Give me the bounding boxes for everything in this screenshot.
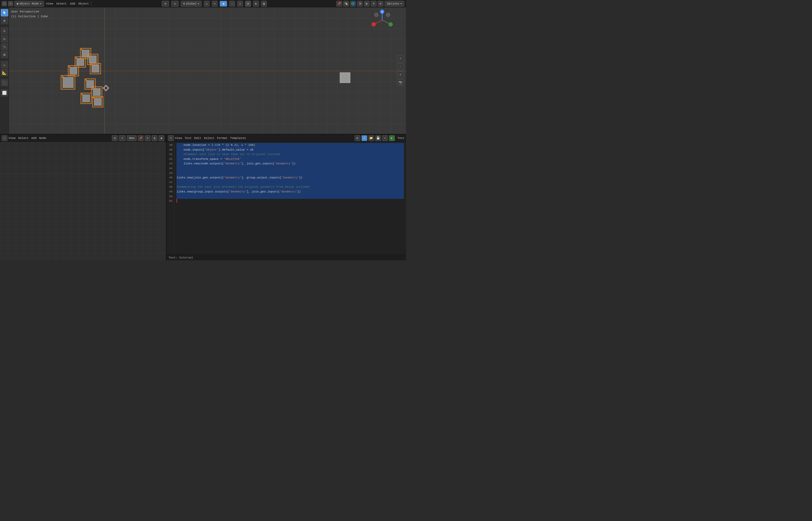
node-view-icon[interactable]: ◉ xyxy=(159,135,164,141)
cursor-tool[interactable]: ⊕ xyxy=(1,17,8,24)
options-button[interactable]: Options ▾ xyxy=(385,1,404,7)
camera-view-btn[interactable]: 📷 xyxy=(397,79,404,86)
ln-39: 39 xyxy=(166,143,172,148)
node-snap-icon[interactable]: ⊙ xyxy=(145,135,150,141)
cube-obj-9[interactable] xyxy=(92,96,103,107)
menu-select[interactable]: Select xyxy=(56,2,67,5)
cube-obj-5[interactable] xyxy=(90,63,101,74)
scripting-icon[interactable]: ⚙ xyxy=(371,1,377,7)
node-overlay-icon[interactable]: ◑ xyxy=(151,135,158,141)
ln-45: 45 xyxy=(166,171,172,176)
mode-dropdown[interactable]: ◉ Object Mode ▾ xyxy=(14,1,44,7)
cube-unselected[interactable] xyxy=(340,72,350,83)
node-editor-header: ⬡ View Select Add Node ⊞ + New 📌 ⊙ ◑ ◉ xyxy=(0,134,166,142)
text-close-icon[interactable]: ✕ xyxy=(382,135,388,141)
node-menu-add[interactable]: Add xyxy=(31,137,37,140)
text-editor-status: Text: Internal xyxy=(166,254,406,260)
cube-obj-7[interactable] xyxy=(91,86,102,97)
new-button-label: New xyxy=(129,137,134,140)
code-line-51 xyxy=(176,199,404,203)
node-menu-view[interactable]: View xyxy=(8,137,15,140)
snap-icon[interactable]: ⊞ xyxy=(162,1,169,7)
node-editor: ⬡ View Select Add Node ⊞ + New 📌 ⊙ ◑ ◉ xyxy=(0,134,166,260)
text-menu-edit[interactable]: Edit xyxy=(194,137,201,140)
transform-dropdown[interactable]: ⊕ Global ▾ xyxy=(181,1,202,7)
text-editor-content[interactable]: 39 40 41 42 43 44 45 46 47 48 49 50 51 n… xyxy=(166,142,406,254)
num-pad-btn[interactable]: ⊞ xyxy=(397,71,404,78)
proportional-falloff[interactable]: ⊙ xyxy=(212,1,218,7)
cube-inner-5 xyxy=(92,65,99,72)
code-line-49: links.new(group_input.outputs['Geometry'… xyxy=(176,189,404,194)
viewport-shading-4[interactable]: ▦ xyxy=(261,1,267,7)
code-line-41: #Comment next line to have them set to O… xyxy=(176,152,404,157)
viewport-menus: View Select Add Object xyxy=(46,2,89,5)
3d-cursor[interactable] xyxy=(103,85,109,91)
overlay-toggle[interactable]: ◑ xyxy=(220,1,227,7)
text-display-icon[interactable]: ⊞ xyxy=(355,135,360,141)
add-cube-tool[interactable]: ⬛ xyxy=(1,79,8,86)
zoom-out-btn[interactable]: - xyxy=(397,63,404,70)
viewport-shading-1[interactable]: ◻ xyxy=(237,1,243,7)
node-menu-node[interactable]: Node xyxy=(39,137,46,140)
text-menu-select[interactable]: Select xyxy=(204,137,214,140)
scene-icon[interactable]: 🎭 xyxy=(343,1,349,7)
render-icon[interactable]: 🌐 xyxy=(350,1,356,7)
text-menu-text[interactable]: Text xyxy=(185,137,192,140)
ln-42: 42 xyxy=(166,157,172,162)
move-tool[interactable]: ✛ xyxy=(1,27,8,35)
mode-icon: ◉ xyxy=(17,2,19,5)
svg-point-6 xyxy=(388,22,393,26)
code-area[interactable]: node.location = (-170 * (i % 2), i * 100… xyxy=(174,142,406,254)
cube-obj-8[interactable] xyxy=(80,93,92,104)
zoom-in-btn[interactable]: + xyxy=(397,55,404,62)
options-label: Options xyxy=(387,2,399,5)
add-empty-tool[interactable]: ⬜ xyxy=(1,89,8,96)
scale-tool[interactable]: ⤡ xyxy=(1,43,8,50)
node-editor-type-icon[interactable]: ⬡ xyxy=(2,135,7,141)
magnet-icon[interactable]: ⚓ xyxy=(204,1,210,7)
pin-icon[interactable]: 📌 xyxy=(336,1,342,7)
text-file-icon[interactable]: ✓ xyxy=(361,135,367,141)
file-menu[interactable]: ≡ xyxy=(8,1,13,6)
cube-inner-9 xyxy=(94,98,101,106)
output-icon[interactable]: 🖥 xyxy=(357,1,363,7)
text-open-icon[interactable]: 📂 xyxy=(368,135,374,141)
rotate-tool[interactable]: ↻ xyxy=(1,35,8,42)
node-pin-icon[interactable]: 📌 xyxy=(138,135,144,141)
viewport-shading-2[interactable]: ● xyxy=(245,1,251,7)
annotate-tool[interactable]: ✏ xyxy=(1,61,8,68)
menu-view[interactable]: View xyxy=(46,2,53,5)
xray-toggle[interactable]: ⬚ xyxy=(229,1,235,7)
cube-obj-main[interactable] xyxy=(61,75,75,90)
viewport-shading-3[interactable]: ◐ xyxy=(253,1,259,7)
text-menu-templates[interactable]: Templates xyxy=(230,137,246,140)
proportional-icon[interactable]: ◎ xyxy=(171,1,178,7)
text-editor-type-icon[interactable]: ≡ xyxy=(168,135,174,141)
compositor-icon[interactable]: ◧ xyxy=(364,1,370,7)
ln-41: 41 xyxy=(166,152,172,157)
node-editor-display-icon[interactable]: ⊞ xyxy=(112,135,118,141)
bottom-area: ⬡ View Select Add Node ⊞ + New 📌 ⊙ ◑ ◉ ≡ xyxy=(0,134,406,260)
blender-logo[interactable]: ⬡ xyxy=(2,1,7,6)
mode-label: Object Mode xyxy=(20,2,39,5)
transform-label: Global xyxy=(186,2,197,5)
line-numbers: 39 40 41 42 43 44 45 46 47 48 49 50 51 xyxy=(166,142,174,254)
text-editor: ≡ View Text Edit Select Format Templates… xyxy=(166,134,406,260)
node-add-btn[interactable]: + xyxy=(119,135,126,141)
viewport-area: ⊕ ✛ ↻ ⤡ ⊞ ✏ 📐 ⬛ ⬜ User Perspective (1) C… xyxy=(0,7,406,134)
text-menu-format[interactable]: Format xyxy=(217,137,228,140)
menu-add[interactable]: Add xyxy=(70,2,75,5)
node-new-button[interactable]: New xyxy=(127,135,137,141)
transform-tool[interactable]: ⊞ xyxy=(1,51,8,58)
text-save-icon[interactable]: 💾 xyxy=(375,135,381,141)
node-editor-content[interactable] xyxy=(0,142,166,260)
text-menu-view[interactable]: View xyxy=(175,137,182,140)
layout-icon[interactable]: ⊞ xyxy=(378,1,383,7)
viewport-3d[interactable]: User Perspective (1) Collection | Cube Z xyxy=(9,7,406,134)
node-menu-select[interactable]: Select xyxy=(18,137,29,140)
menu-object[interactable]: Object xyxy=(78,2,89,5)
mode-chevron: ▾ xyxy=(40,2,42,5)
text-run-icon[interactable]: ▶ xyxy=(389,135,395,141)
measure-tool[interactable]: 📐 xyxy=(1,69,8,76)
select-tool[interactable] xyxy=(1,9,8,17)
